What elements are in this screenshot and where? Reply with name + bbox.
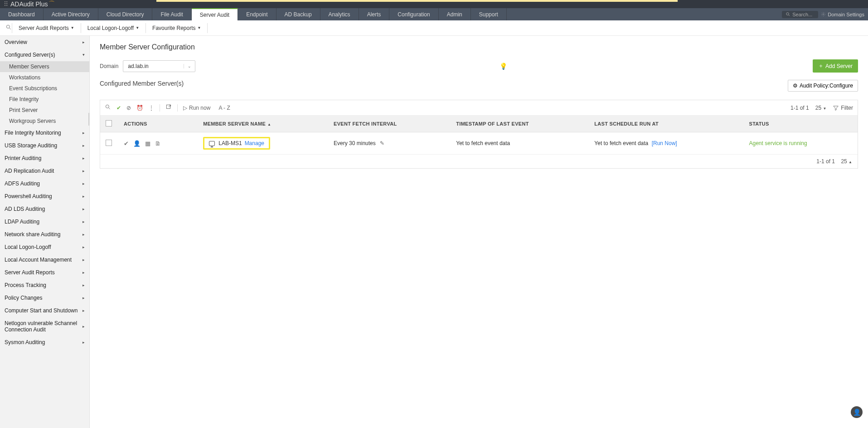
nav-tab-alerts[interactable]: Alerts (359, 8, 390, 20)
page-size-dropdown-bottom[interactable]: 25 ▲ (841, 158, 852, 165)
chevron-right-icon: ▸ (82, 54, 86, 56)
svg-line-1 (789, 15, 790, 16)
sidebar-item-local-logon-logoff[interactable]: Local Logon-Logoff▸ (0, 241, 89, 253)
sidebar-collapse-handle[interactable] (88, 113, 90, 126)
apps-grid-icon[interactable]: ⠿ (4, 0, 7, 8)
chevron-right-icon: ▸ (82, 308, 85, 313)
chevron-right-icon: ▸ (82, 40, 85, 44)
col-schedule[interactable]: LAST SCHEDULE RUN AT (589, 116, 743, 132)
nav-tab-ad-backup[interactable]: AD Backup (276, 8, 320, 20)
sidebar-item-powershell-auditing[interactable]: Powershell Auditing▸ (0, 190, 89, 203)
manage-link[interactable]: Manage (245, 140, 264, 146)
sidebar-subitem-member-servers[interactable]: Member Servers (0, 61, 89, 72)
hint-icon[interactable]: 💡 (499, 63, 507, 70)
nav-tab-admin[interactable]: Admin (439, 8, 471, 20)
col-timestamp[interactable]: TIMESTAMP OF LAST EVENT (451, 116, 589, 132)
page-size-dropdown-top[interactable]: 25 ▼ (815, 105, 827, 111)
chevron-right-icon: ▸ (82, 181, 85, 186)
sidebar-subitem-workstations[interactable]: Workstations (0, 72, 89, 83)
sidebar-item-configured-server-s-[interactable]: Configured Server(s)▸ (0, 49, 89, 61)
sidebar-item-printer-auditing[interactable]: Printer Auditing▸ (0, 152, 89, 165)
nav-tab-configuration[interactable]: Configuration (389, 8, 438, 20)
search-icon[interactable] (105, 104, 111, 112)
col-server-name[interactable]: MEMBER SERVER NAME▲ (198, 116, 328, 132)
audit-policy-configure-button[interactable]: ⚙ Audit Policy:Configure (788, 80, 858, 92)
check-circle-icon[interactable]: ✔ (116, 105, 121, 111)
user-add-icon[interactable]: 👤 (133, 140, 141, 147)
gear-icon: ⚙ (793, 83, 798, 89)
server-name: LAB-MS1 (218, 140, 242, 146)
sidebar-item-file-integrity-monitoring[interactable]: File Integrity Monitoring▸ (0, 126, 89, 139)
chevron-right-icon: ▸ (82, 194, 85, 199)
details-icon[interactable]: ▦ (145, 140, 150, 147)
nav-tab-dashboard[interactable]: Dashboard (0, 8, 44, 20)
sidebar-item-ldap-auditing[interactable]: LDAP Auditing▸ (0, 215, 89, 228)
schedule-value: Yet to fetch event data (594, 140, 648, 146)
table-toolbar: ✔ ⊘ ⏰ ⋮ ▷ Run now A - Z 1-1 of 1 25 ▼ (100, 100, 858, 116)
nav-tab-support[interactable]: Support (471, 8, 507, 20)
nav-tab-endpoint[interactable]: Endpoint (238, 8, 276, 20)
sidebar-subitem-event-subscriptions[interactable]: Event Subscriptions (0, 83, 89, 94)
filter-button[interactable]: Filter (833, 105, 853, 111)
col-interval[interactable]: EVENT FETCH INTERVAL (328, 116, 451, 132)
domain-select[interactable]: ad.lab.in ⌄ (123, 60, 195, 72)
run-now-row-link[interactable]: [Run Now] (652, 140, 677, 146)
sidebar-subitem-workgroup-servers[interactable]: Workgroup Servers (0, 116, 89, 126)
caret-down-icon: ▼ (71, 26, 74, 30)
status-text: Agent service is running (749, 140, 807, 146)
servers-table: ACTIONS MEMBER SERVER NAME▲ EVENT FETCH … (100, 116, 858, 155)
svg-line-4 (10, 28, 11, 29)
user-icon: 👤 (853, 409, 861, 416)
sidebar-item-process-tracking[interactable]: Process Tracking▸ (0, 279, 89, 292)
nav-tab-server-audit[interactable]: Server Audit (192, 8, 238, 20)
sidebar-subitem-print-server[interactable]: Print Server (0, 105, 89, 116)
status-ok-icon[interactable]: ✔ (124, 140, 129, 147)
edit-icon[interactable]: ✎ (380, 140, 384, 146)
row-checkbox[interactable] (106, 140, 112, 146)
timestamp-value: Yet to fetch event data (451, 132, 589, 155)
nav-tab-cloud-directory[interactable]: Cloud Directory (98, 8, 153, 20)
sidebar-subitem-file-integrity[interactable]: File Integrity (0, 94, 89, 105)
help-fab[interactable]: 👤 (851, 406, 863, 418)
caret-up-icon: ▲ (849, 160, 852, 164)
block-icon[interactable]: ⊘ (126, 105, 131, 111)
svg-point-3 (6, 25, 10, 28)
sidebar-item-network-share-auditing[interactable]: Network share Auditing▸ (0, 228, 89, 241)
col-status[interactable]: STATUS (744, 116, 858, 132)
run-now-link[interactable]: ▷ Run now (183, 105, 210, 111)
secondary-search-icon[interactable] (5, 24, 12, 32)
more-icon[interactable]: ⋮ (149, 105, 154, 111)
server-audit-reports-dropdown[interactable]: Server Audit Reports▼ (12, 23, 81, 33)
view-icon[interactable]: 🗎 (155, 140, 161, 147)
sidebar-item-sysmon-auditing[interactable]: Sysmon Auditing▸ (0, 336, 89, 349)
sidebar-item-computer-start-and-shutdown[interactable]: Computer Start and Shutdown▸ (0, 304, 89, 317)
sidebar-item-overview[interactable]: Overview▸ (0, 36, 89, 49)
sidebar-item-local-account-management[interactable]: Local Account Management▸ (0, 253, 89, 266)
global-search[interactable]: Search... (782, 11, 818, 18)
sort-az-link[interactable]: A - Z (218, 105, 230, 111)
sidebar-item-usb-storage-auditing[interactable]: USB Storage Auditing▸ (0, 139, 89, 152)
select-all-checkbox[interactable] (106, 120, 112, 126)
chevron-down-icon: ⌄ (184, 64, 191, 68)
nav-tab-analytics[interactable]: Analytics (320, 8, 359, 20)
search-icon (786, 12, 790, 17)
sidebar-item-ad-replication-audit[interactable]: AD Replication Audit▸ (0, 165, 89, 177)
sort-asc-icon: ▲ (267, 122, 271, 126)
sidebar-item-adfs-auditing[interactable]: ADFS Auditing▸ (0, 177, 89, 190)
clock-icon[interactable]: ⏰ (136, 105, 143, 111)
page-info-bottom: 1-1 of 1 (816, 158, 835, 165)
sidebar-item-policy-changes[interactable]: Policy Changes▸ (0, 292, 89, 304)
sidebar-item-server-audit-reports[interactable]: Server Audit Reports▸ (0, 266, 89, 279)
nav-tab-active-directory[interactable]: Active Directory (44, 8, 98, 20)
caret-down-icon: ▼ (197, 26, 201, 30)
server-name-highlighted: LAB-MS1 Manage (203, 137, 270, 150)
nav-tab-file-audit[interactable]: File Audit (152, 8, 191, 20)
local-logon-logoff-dropdown[interactable]: Local Logon-Logoff▼ (81, 23, 145, 33)
favourite-reports-dropdown[interactable]: Favourite Reports▼ (146, 23, 207, 33)
sidebar-item-netlogon-vulnerable-schannel-connection-audit[interactable]: Netlogon vulnerable Schannel Connection … (0, 317, 89, 336)
add-server-button[interactable]: ＋ Add Server (813, 59, 858, 73)
domain-settings-link[interactable]: Domain Settings (821, 12, 864, 17)
table-footer-pagination: 1-1 of 1 25 ▲ (100, 155, 858, 168)
sidebar-item-ad-lds-auditing[interactable]: AD LDS Auditing▸ (0, 203, 89, 215)
export-icon[interactable] (165, 104, 172, 112)
